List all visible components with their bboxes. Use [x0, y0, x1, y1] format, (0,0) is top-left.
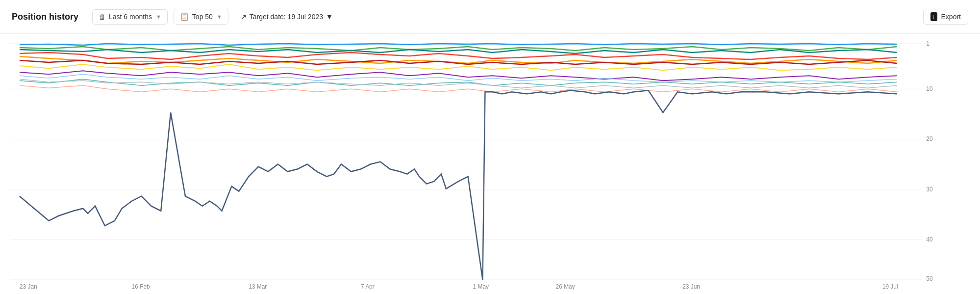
x-label-feb: 16 Feb: [132, 283, 150, 290]
main-line: [20, 90, 897, 280]
toolbar: Position history 🗓 Last 6 months ▼ 📋 Top…: [0, 0, 980, 34]
trend-icon: ↗: [240, 12, 247, 22]
x-label-jun: 23 Jun: [682, 283, 700, 290]
x-label-jan: 23 Jan: [20, 283, 37, 290]
target-date-label: Target date: 19 Jul 2023: [250, 13, 323, 21]
y-label-50: 50: [926, 275, 933, 282]
top-label: Top 50: [192, 13, 213, 21]
position-history-chart: 1 10 20 30 40 50 23 Jan 16 Feb 13 Mar 7 …: [10, 39, 951, 290]
x-label-may26: 26 May: [556, 283, 575, 290]
list-icon: 📋: [180, 12, 189, 21]
y-label-20: 20: [926, 135, 933, 142]
line-gray1: [20, 79, 897, 88]
line-red: [20, 53, 897, 59]
y-label-30: 30: [926, 186, 933, 193]
target-date-button[interactable]: ↗ Target date: 19 Jul 2023 ▼: [234, 9, 339, 25]
chevron-down-icon-3: ▼: [326, 13, 333, 21]
chevron-down-icon: ▼: [156, 14, 161, 20]
period-label: Last 6 months: [109, 13, 152, 21]
calendar-icon: 🗓: [99, 13, 106, 21]
x-label-mar: 13 Mar: [249, 283, 267, 290]
y-label-1: 1: [926, 40, 930, 47]
line-yellow: [20, 64, 897, 70]
export-button[interactable]: ↓ Export: [923, 9, 968, 25]
chevron-down-icon-2: ▼: [217, 14, 222, 20]
export-icon: ↓: [930, 12, 937, 21]
page-title: Position history: [12, 12, 78, 22]
x-label-apr: 7 Apr: [361, 283, 375, 290]
line-teal-light: [20, 79, 897, 85]
period-filter-button[interactable]: 🗓 Last 6 months ▼: [92, 9, 168, 25]
x-label-jul: 19 Jul: [882, 283, 898, 290]
line-blue-top: [20, 44, 897, 45]
export-label: Export: [941, 13, 961, 21]
y-label-10: 10: [926, 85, 933, 92]
x-label-may1: 1 May: [473, 283, 489, 290]
line-teal: [20, 50, 897, 53]
chart-area: 1 10 20 30 40 50 23 Jan 16 Feb 13 Mar 7 …: [0, 34, 980, 294]
y-label-40: 40: [926, 236, 933, 243]
top-filter-button[interactable]: 📋 Top 50 ▼: [174, 9, 228, 25]
app-container: Position history 🗓 Last 6 months ▼ 📋 Top…: [0, 0, 980, 294]
